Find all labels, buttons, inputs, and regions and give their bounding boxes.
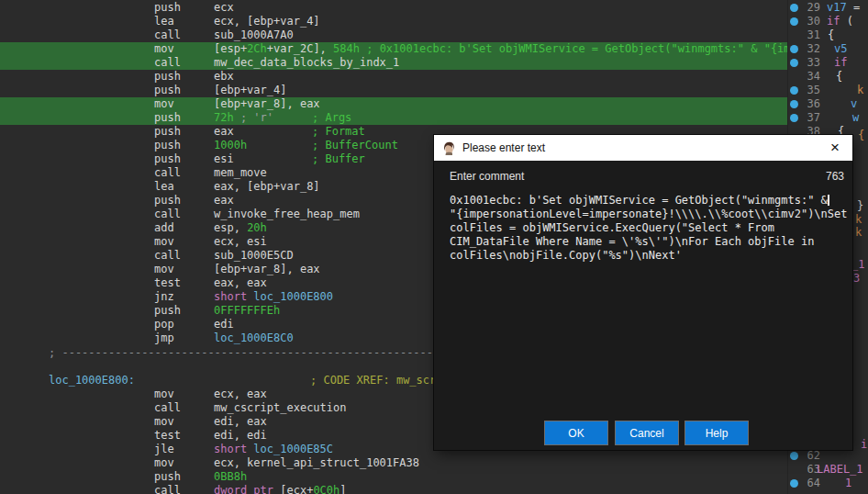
help-button[interactable]: Help <box>684 421 749 445</box>
code-token: mov <box>154 415 174 428</box>
asm-line[interactable]: pushebx <box>0 70 787 84</box>
asm-line[interactable]: callmw_dec_data_blocks_by_indx_1 <box>0 56 787 70</box>
bookmark-dot[interactable] <box>790 479 798 488</box>
pseudocode-line[interactable]: if <box>834 56 847 70</box>
pseudocode-line[interactable]: k <box>857 84 863 97</box>
asm-line[interactable]: mov[esp+2Ch+var_2C], 584h ; 0x1001ecbc: … <box>0 42 787 56</box>
code-token: ; Args <box>312 111 351 124</box>
asm-column: w_invoke_free_heap_mem <box>214 208 360 221</box>
asm-line[interactable]: callsub_1000A7A0 <box>0 28 787 42</box>
asm-column: pop <box>154 318 174 331</box>
code-token: ecx, [ebp+var_4] <box>214 15 320 28</box>
asm-column: mov <box>154 456 174 470</box>
line-number: 37 <box>800 111 820 125</box>
code-token: eax, eax <box>214 276 267 289</box>
pseudocode-line[interactable]: v5 <box>834 42 847 56</box>
asm-line[interactable]: push0BB8h <box>0 470 787 484</box>
asm-column: ; Buffer <box>312 152 365 166</box>
bookmark-dot[interactable] <box>790 114 798 122</box>
asm-column: ; CODE XREF: mw_scri <box>310 374 443 387</box>
bookmark-dot[interactable] <box>790 4 798 12</box>
pseudocode-line[interactable]: LABEL_1 <box>817 463 863 477</box>
pseudocode-line[interactable]: w <box>852 111 859 125</box>
asm-column: push <box>154 70 181 84</box>
code-token: mov <box>154 97 174 110</box>
asm-line[interactable]: push[ebp+var_4] <box>0 84 787 97</box>
asm-column: mov <box>154 387 174 401</box>
code-token: 72h <box>214 111 234 124</box>
comment-line: colFiles = objWMIService.ExecQuery("Sele… <box>450 221 846 235</box>
asm-column: [ebp+var_4] <box>214 84 286 97</box>
asm-column: edi, edi <box>214 429 267 443</box>
code-token: 2Ch <box>247 42 267 55</box>
code-token: w_invoke_free_heap_mem <box>214 208 360 220</box>
asm-column: call <box>154 484 181 494</box>
asm-column: ecx <box>214 1 234 15</box>
asm-line[interactable]: mov[ebp+var_8], eax <box>0 97 787 111</box>
code-token: mw_cscript_execution <box>214 401 347 414</box>
code-token: ecx, kernel_api_struct_1001FA38 <box>214 456 419 469</box>
pseudocode-line[interactable]: v17 = <box>827 1 860 15</box>
code-token: if <box>834 56 847 69</box>
asm-column: loc_1000E800: <box>49 374 135 387</box>
asm-column: mov <box>154 42 174 56</box>
code-token: short <box>214 443 247 455</box>
pseudocode-line[interactable]: { <box>828 28 834 42</box>
asm-line[interactable]: pushecx <box>0 1 787 15</box>
bookmark-dot[interactable] <box>790 45 798 53</box>
pseudocode-fragment: i <box>861 438 867 452</box>
line-number: 33 <box>800 56 820 70</box>
code-token: ; BufferCount <box>312 139 398 152</box>
asm-column: ecx, kernel_api_struct_1001FA38 <box>214 456 419 470</box>
code-token: eax <box>214 125 234 138</box>
pseudocode-line[interactable]: 1 <box>845 477 851 490</box>
code-token: mov <box>154 456 174 469</box>
dialog-titlebar[interactable]: Please enter text × <box>434 135 852 161</box>
code-token: [ecx+ <box>273 484 313 494</box>
code-token: edi <box>214 318 234 331</box>
code-token: push <box>154 111 181 124</box>
code-token: test <box>154 276 181 289</box>
asm-column: 1000h <box>214 139 247 152</box>
ok-button[interactable]: OK <box>544 421 608 445</box>
bookmark-dot[interactable] <box>790 86 798 95</box>
code-token: sub_1000E5CD <box>214 249 294 262</box>
asm-column: [ebp+var_8], eax <box>214 263 320 276</box>
comment-label: Enter comment <box>450 170 524 183</box>
asm-column: eax <box>214 194 234 208</box>
pseudocode-fragment: _1 <box>851 258 864 272</box>
asm-column: sub_1000A7A0 <box>214 28 294 42</box>
code-token: eax <box>214 194 234 207</box>
ida-lady-icon <box>441 140 456 155</box>
close-icon[interactable]: × <box>825 137 845 159</box>
asm-line[interactable]: leaecx, [ebp+var_4] <box>0 15 787 28</box>
asm-column: mem_move <box>214 166 267 180</box>
code-token: ( <box>840 15 852 28</box>
code-token: mov <box>154 263 174 275</box>
code-token: push <box>154 194 181 207</box>
bookmark-dot[interactable] <box>790 100 798 108</box>
comment-textarea[interactable]: 0x1001ecbc: b'Set objWMIService = GetObj… <box>450 194 846 263</box>
asm-column: edi <box>214 318 234 331</box>
asm-column: test <box>154 276 181 290</box>
pseudocode-line[interactable]: if ( <box>827 15 853 28</box>
code-token: LABEL_1 <box>817 463 863 476</box>
asm-column: push <box>154 1 181 15</box>
code-token: test <box>154 429 181 442</box>
bookmark-dot[interactable] <box>790 452 798 460</box>
asm-line[interactable]: calldword ptr [ecx+0C0h] <box>0 484 787 494</box>
code-token: jle <box>154 443 174 455</box>
bookmark-dot[interactable] <box>790 59 798 67</box>
asm-line[interactable]: push72h ; 'r'; Args <box>0 111 787 125</box>
asm-column: call <box>154 401 181 415</box>
code-token: mov <box>154 42 174 55</box>
bookmark-dot[interactable] <box>790 17 798 26</box>
cancel-button[interactable]: Cancel <box>615 421 679 445</box>
pseudocode-line[interactable]: { <box>836 70 842 84</box>
asm-column: eax, eax <box>214 276 267 290</box>
pseudocode-line[interactable]: v <box>851 97 857 111</box>
asm-line[interactable]: movecx, kernel_api_struct_1001FA38 <box>0 456 787 470</box>
code-token: mw_dec_data_blocks_by_indx_1 <box>214 56 399 69</box>
code-token: 0C0h <box>313 484 339 494</box>
code-token: call <box>154 401 181 414</box>
